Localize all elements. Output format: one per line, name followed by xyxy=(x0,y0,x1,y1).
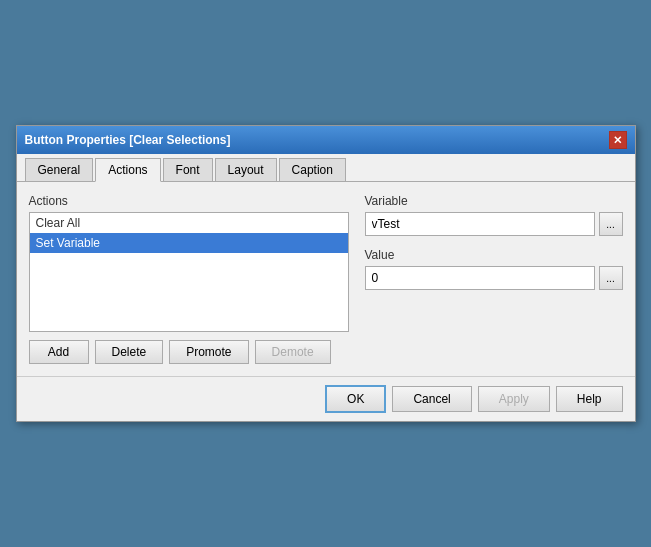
variable-browse-button[interactable]: ... xyxy=(599,212,623,236)
delete-button[interactable]: Delete xyxy=(95,340,164,364)
tab-actions[interactable]: Actions xyxy=(95,158,160,182)
cancel-button[interactable]: Cancel xyxy=(392,386,471,412)
tab-general[interactable]: General xyxy=(25,158,94,181)
help-button[interactable]: Help xyxy=(556,386,623,412)
apply-button[interactable]: Apply xyxy=(478,386,550,412)
variable-field-row: ... xyxy=(365,212,623,236)
actions-list[interactable]: Clear All Set Variable xyxy=(29,212,349,332)
action-buttons: Add Delete Promote Demote xyxy=(29,340,349,364)
promote-button[interactable]: Promote xyxy=(169,340,248,364)
variable-input[interactable] xyxy=(365,212,595,236)
content-row: Actions Clear All Set Variable Add Delet… xyxy=(29,194,623,364)
left-panel: Actions Clear All Set Variable Add Delet… xyxy=(29,194,349,364)
variable-field-group: Variable ... xyxy=(365,194,623,236)
variable-label: Variable xyxy=(365,194,623,208)
close-button[interactable]: ✕ xyxy=(609,131,627,149)
list-item-clear-all[interactable]: Clear All xyxy=(30,213,348,233)
ok-button[interactable]: OK xyxy=(325,385,386,413)
tab-layout[interactable]: Layout xyxy=(215,158,277,181)
tab-font[interactable]: Font xyxy=(163,158,213,181)
demote-button[interactable]: Demote xyxy=(255,340,331,364)
dialog-title: Button Properties [Clear Selections] xyxy=(25,133,231,147)
right-panel: Variable ... Value ... xyxy=(365,194,623,364)
title-bar: Button Properties [Clear Selections] ✕ xyxy=(17,126,635,154)
value-field-group: Value ... xyxy=(365,248,623,290)
dialog-footer: OK Cancel Apply Help xyxy=(17,376,635,421)
value-browse-button[interactable]: ... xyxy=(599,266,623,290)
list-item-set-variable[interactable]: Set Variable xyxy=(30,233,348,253)
value-input[interactable] xyxy=(365,266,595,290)
dialog-window: Button Properties [Clear Selections] ✕ G… xyxy=(16,125,636,422)
value-label: Value xyxy=(365,248,623,262)
value-field-row: ... xyxy=(365,266,623,290)
add-button[interactable]: Add xyxy=(29,340,89,364)
actions-section-label: Actions xyxy=(29,194,349,208)
dialog-body: Actions Clear All Set Variable Add Delet… xyxy=(17,182,635,376)
tab-caption[interactable]: Caption xyxy=(279,158,346,181)
tabs-row: General Actions Font Layout Caption xyxy=(17,154,635,182)
